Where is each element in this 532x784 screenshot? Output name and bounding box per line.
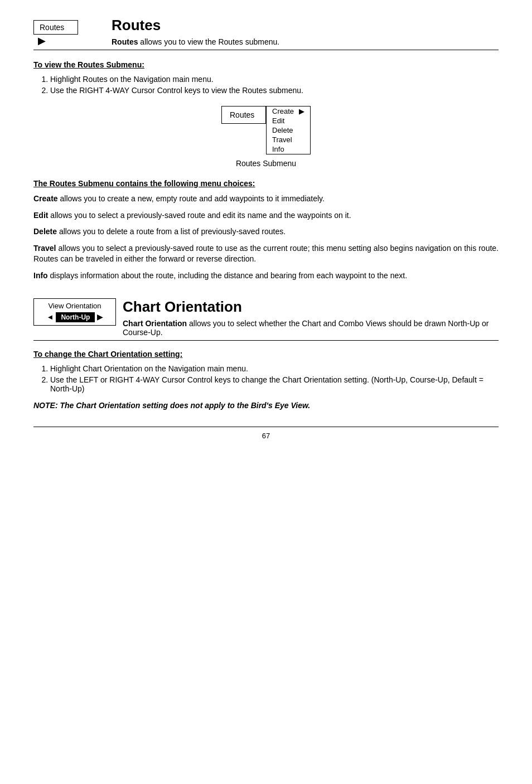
para-travel-bold: Travel [33, 244, 56, 253]
routes-submenu-diagram: Routes Create ▶ Edit Delete Travel Info [33, 106, 499, 154]
para-delete-rest: allows you to delete a route from a list… [57, 227, 286, 236]
routes-arrow-icon: ▶ [38, 35, 46, 47]
chart-orientation-header: View Orientation ◄ North-Up ▶ Chart Orie… [33, 298, 499, 341]
para-info-bold: Info [33, 271, 48, 280]
chart-orientation-title: Chart Orientation [123, 298, 499, 317]
page-footer: 67 [33, 427, 499, 440]
para-info: Info displays information about the rout… [33, 270, 499, 282]
routes-desc-bold: Routes [112, 37, 138, 46]
view-orientation-title: View Orientation [38, 302, 111, 310]
routes-menu-box: Routes [33, 20, 78, 35]
submenu-item-delete: Delete [267, 125, 310, 135]
submenu-item-info: Info [267, 144, 310, 154]
submenu-items-box: Create ▶ Edit Delete Travel Info [266, 106, 311, 154]
submenu-routes-label: Routes [221, 106, 266, 124]
para-delete: Delete allows you to delete a route from… [33, 226, 499, 238]
chart-orientation-header-col: Chart Orientation Chart Orientation allo… [123, 298, 499, 340]
routes-step-1: Highlight Routes on the Navigation main … [50, 75, 499, 84]
para-edit-bold: Edit [33, 211, 48, 220]
para-create: Create allows you to create a new, empty… [33, 193, 499, 205]
routes-menu-label: Routes [40, 23, 64, 32]
to-change-co-heading: To change the Chart Orientation setting: [33, 350, 499, 359]
page-number: 67 [262, 432, 270, 440]
routes-header-col: Routes Routes allows you to view the Rou… [112, 17, 499, 50]
para-edit: Edit allows you to select a previously-s… [33, 210, 499, 221]
vo-value: North-Up [56, 312, 95, 322]
to-view-routes-heading: To view the Routes Submenu: [33, 60, 499, 69]
routes-left-col: Routes ▶ [33, 17, 112, 47]
para-create-bold: Create [33, 194, 58, 203]
view-orientation-box: View Orientation ◄ North-Up ▶ [33, 298, 116, 326]
submenu-choices-heading: The Routes Submenu contains the followin… [33, 179, 499, 188]
view-orientation-left: View Orientation ◄ North-Up ▶ [33, 298, 123, 326]
vo-right-arrow-icon[interactable]: ▶ [97, 313, 103, 321]
chart-orientation-description: Chart Orientation allows you to select w… [123, 319, 499, 337]
submenu-create-label: Create [272, 107, 294, 115]
routes-steps-list: Highlight Routes on the Navigation main … [50, 75, 499, 95]
submenu-item-travel: Travel [267, 135, 310, 144]
page-content: Routes ▶ Routes Routes allows you to vie… [33, 17, 499, 410]
co-desc-bold: Chart Orientation [123, 319, 187, 328]
routes-desc-rest: allows you to view the Routes submenu. [138, 37, 279, 46]
para-info-rest: displays information about the route, in… [48, 271, 407, 280]
submenu-item-edit: Edit [267, 116, 310, 125]
routes-title: Routes [112, 17, 499, 35]
co-step-1: Highlight Chart Orientation on the Navig… [50, 364, 499, 373]
co-steps-list: Highlight Chart Orientation on the Navig… [50, 364, 499, 393]
para-edit-rest: allows you to select a previously-saved … [48, 211, 351, 220]
para-travel-rest: allows you to select a previously-saved … [33, 244, 499, 264]
co-note: NOTE: The Chart Orientation setting does… [33, 401, 499, 410]
submenu-caption: Routes Submenu [33, 159, 499, 168]
para-delete-bold: Delete [33, 227, 57, 236]
routes-header: Routes ▶ Routes Routes allows you to vie… [33, 17, 499, 50]
submenu-create-arrow: ▶ [299, 107, 304, 115]
para-travel: Travel allows you to select a previously… [33, 243, 499, 265]
routes-step-2: Use the RIGHT 4-WAY Cursor Control keys … [50, 86, 499, 95]
view-orientation-control: ◄ North-Up ▶ [38, 312, 111, 322]
vo-left-arrow-icon[interactable]: ◄ [47, 313, 54, 321]
para-create-rest: allows you to create a new, empty route … [58, 194, 325, 203]
routes-description: Routes allows you to view the Routes sub… [112, 37, 499, 46]
submenu-item-create: Create ▶ [267, 107, 310, 116]
co-step-2: Use the LEFT or RIGHT 4-WAY Cursor Contr… [50, 375, 499, 393]
routes-arrow: ▶ [33, 35, 50, 47]
